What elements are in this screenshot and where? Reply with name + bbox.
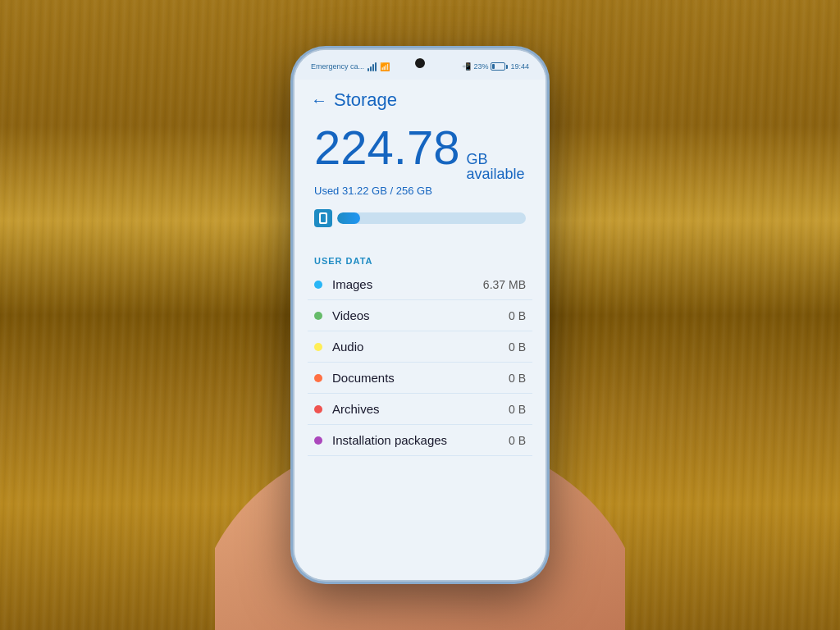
nfc-icon: 📲	[462, 62, 471, 71]
list-item[interactable]: Images6.37 MB	[308, 269, 532, 300]
storage-used-label: Used 31.22 GB / 256 GB	[314, 185, 526, 197]
category-name: Documents	[332, 371, 509, 385]
category-size: 6.37 MB	[483, 278, 526, 291]
camera-hole	[415, 58, 425, 68]
storage-unit: GB available	[466, 152, 526, 181]
category-dot	[314, 436, 322, 445]
status-right: 📲 23% 19:44	[462, 62, 529, 71]
phone: Emergency ca... 📶 📲 23%	[293, 48, 547, 582]
category-name: Videos	[332, 308, 509, 322]
category-name: Audio	[332, 340, 509, 354]
section-label: USER DATA	[294, 256, 546, 266]
list-item[interactable]: Documents0 B	[308, 363, 532, 394]
back-button[interactable]: ←	[311, 91, 327, 110]
storage-number-value: 224.78	[314, 124, 459, 171]
data-list: Images6.37 MBVideos0 BAudio0 BDocuments0…	[294, 269, 546, 456]
signal-icon	[368, 62, 377, 71]
category-size: 0 B	[509, 309, 526, 322]
screen-content: ← Storage 224.78 GB available Used 31.22…	[294, 80, 546, 580]
progress-fill	[337, 212, 360, 224]
category-size: 0 B	[509, 340, 526, 354]
status-bar: Emergency ca... 📶 📲 23%	[294, 50, 546, 80]
category-size: 0 B	[509, 372, 526, 385]
storage-progress-bar	[314, 208, 526, 228]
progress-track	[337, 212, 526, 224]
category-size: 0 B	[509, 434, 526, 447]
category-dot	[314, 405, 322, 413]
list-item[interactable]: Audio0 B	[308, 331, 532, 363]
category-dot	[314, 281, 322, 289]
status-left: Emergency ca... 📶	[311, 62, 390, 71]
list-item[interactable]: Installation packages0 B	[308, 425, 532, 456]
phone-wrapper: Emergency ca... 📶 📲 23%	[293, 48, 547, 582]
category-size: 0 B	[509, 403, 526, 416]
category-dot	[314, 374, 322, 382]
battery-icon	[491, 62, 508, 71]
category-name: Images	[332, 277, 483, 291]
storage-icon	[314, 209, 332, 227]
storage-section: 224.78 GB available Used 31.22 GB / 256 …	[294, 117, 546, 256]
category-dot	[314, 312, 322, 320]
emergency-text: Emergency ca...	[311, 62, 364, 71]
app-header: ← Storage	[294, 80, 546, 117]
list-item[interactable]: Videos0 B	[308, 300, 532, 331]
page-title: Storage	[334, 89, 397, 111]
storage-available: 224.78 GB available	[314, 124, 526, 181]
list-item[interactable]: Archives0 B	[308, 394, 532, 425]
category-name: Installation packages	[332, 433, 509, 447]
time-display: 19:44	[510, 62, 529, 71]
category-dot	[314, 343, 322, 351]
wifi-icon: 📶	[380, 62, 390, 71]
category-name: Archives	[332, 402, 509, 416]
battery-percent: 23%	[473, 62, 488, 71]
